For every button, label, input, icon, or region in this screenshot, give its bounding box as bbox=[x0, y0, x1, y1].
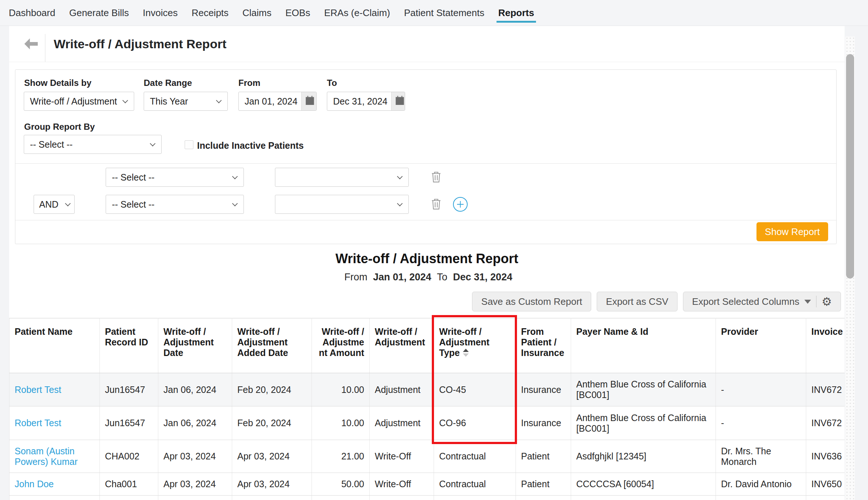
col-header-9[interactable]: Provider bbox=[716, 318, 806, 373]
table-row-partial bbox=[10, 496, 845, 500]
table-row: Robert TestJun16547Jan 06, 2024Feb 20, 2… bbox=[10, 406, 845, 440]
nav-item-claims[interactable]: Claims bbox=[242, 2, 272, 24]
col-header-6[interactable]: Write-off / Adjustment Type bbox=[434, 318, 516, 373]
col-header-4[interactable]: Write-off / Adjustment Amount bbox=[312, 318, 370, 373]
cell-8: Anthem Blue Cross of California [BC001] bbox=[571, 373, 716, 406]
cell-7: Patient bbox=[516, 473, 571, 496]
cell-3: Apr 03, 2024 bbox=[232, 473, 312, 496]
report-title: Write-off / Adjustment Report bbox=[9, 251, 845, 266]
cell-7: Insurance bbox=[516, 406, 571, 440]
condition1-delete-button[interactable] bbox=[431, 171, 441, 183]
condition1-field-select[interactable]: -- Select -- bbox=[106, 168, 244, 187]
nav-item-invoices[interactable]: Invoices bbox=[142, 2, 178, 24]
col-header-7[interactable]: From Patient / Insurance bbox=[516, 318, 571, 373]
cell-5: Adjustment bbox=[370, 406, 434, 440]
title-divider bbox=[45, 34, 45, 62]
nav-item-generate-bills[interactable]: Generate Bills bbox=[68, 2, 129, 24]
cell-9: - bbox=[716, 373, 806, 406]
show-details-by-select[interactable]: Write-off / Adjustment bbox=[24, 92, 134, 111]
patient-name-link[interactable]: Sonam (Austin Powers) Kumar bbox=[15, 446, 78, 467]
report-actions: Save as Custom Report Export as CSV Expo… bbox=[472, 292, 841, 311]
cell-0: Robert Test bbox=[10, 373, 100, 406]
chevron-down-icon bbox=[216, 98, 222, 103]
export-selected-columns-button[interactable]: Export Selected Columns ⚙ bbox=[683, 292, 841, 311]
chevron-down-icon bbox=[397, 174, 403, 179]
cell-0: Sonam (Austin Powers) Kumar bbox=[10, 440, 100, 473]
nav-item-eras-e-claim[interactable]: ERAs (e-Claim) bbox=[323, 2, 391, 24]
page-title: Write-off / Adjustment Report bbox=[54, 37, 226, 51]
col-header-5[interactable]: Write-off / Adjustment bbox=[370, 318, 434, 373]
gear-icon[interactable]: ⚙ bbox=[822, 296, 832, 307]
from-calendar-button[interactable] bbox=[301, 92, 317, 110]
table-row: Sonam (Austin Powers) KumarCHA002Apr 03,… bbox=[10, 440, 845, 473]
export-csv-button[interactable]: Export as CSV bbox=[597, 292, 678, 311]
table-row: Robert TestJun16547Jan 06, 2024Feb 20, 2… bbox=[10, 373, 845, 406]
condition1-value-select[interactable] bbox=[275, 168, 409, 187]
chevron-down-icon bbox=[150, 141, 156, 147]
cell-1: Jun16547 bbox=[100, 406, 158, 440]
to-calendar-button[interactable] bbox=[391, 92, 405, 110]
to-date-label: To bbox=[327, 78, 337, 88]
col-header-2[interactable]: Write-off / Adjustment Date bbox=[158, 318, 232, 373]
cell-8: Asdfghjkl [12345] bbox=[571, 440, 716, 473]
caret-down-icon bbox=[804, 300, 811, 304]
cell-1: Cha001 bbox=[100, 473, 158, 496]
divider bbox=[15, 220, 836, 220]
nav-item-patient-statements[interactable]: Patient Statements bbox=[403, 2, 485, 24]
cell-2: Apr 03, 2024 bbox=[158, 440, 232, 473]
add-condition-button[interactable] bbox=[453, 197, 468, 212]
scrollbar-thumb[interactable] bbox=[846, 54, 854, 279]
cell-5: Write-Off bbox=[370, 440, 434, 473]
patient-name-link[interactable]: Robert Test bbox=[15, 418, 61, 428]
back-button[interactable] bbox=[24, 38, 38, 50]
cell-3: Feb 20, 2024 bbox=[232, 406, 312, 440]
divider bbox=[15, 163, 836, 164]
cell-4: 50.00 bbox=[312, 473, 370, 496]
group-report-by-label: Group Report By bbox=[24, 122, 95, 132]
cell-9: Dr. Mrs. The Monarch bbox=[716, 440, 806, 473]
cell-0: John Doe bbox=[10, 473, 100, 496]
col-header-0[interactable]: Patient Name bbox=[10, 318, 100, 373]
nav-item-receipts[interactable]: Receipts bbox=[191, 2, 229, 24]
cell-0: Robert Test bbox=[10, 406, 100, 440]
nav-item-eobs[interactable]: EOBs bbox=[285, 2, 311, 24]
include-inactive-checkbox[interactable] bbox=[185, 140, 193, 149]
condition2-field-select[interactable]: -- Select -- bbox=[106, 195, 244, 214]
col-header-10[interactable]: Invoice # bbox=[806, 318, 845, 373]
patient-name-link[interactable]: Robert Test bbox=[15, 385, 61, 395]
cell-6: Contractual bbox=[434, 440, 516, 473]
calendar-icon bbox=[395, 95, 405, 107]
calendar-icon bbox=[305, 95, 315, 107]
table-row: John DoeCha001Apr 03, 2024Apr 03, 202450… bbox=[10, 473, 845, 496]
top-nav: DashboardGenerate BillsInvoicesReceiptsC… bbox=[0, 0, 868, 26]
filter-panel: Show Details by Write-off / Adjustment D… bbox=[15, 69, 837, 244]
show-report-button[interactable]: Show Report bbox=[756, 222, 828, 241]
condition2-operator-select[interactable]: AND bbox=[34, 195, 75, 214]
nav-item-reports[interactable]: Reports bbox=[498, 2, 535, 24]
cell-2: Apr 03, 2024 bbox=[158, 473, 232, 496]
patient-name-link[interactable]: John Doe bbox=[15, 479, 54, 489]
to-date-input[interactable]: Dec 31, 2024 bbox=[327, 92, 405, 111]
condition2-delete-button[interactable] bbox=[431, 198, 441, 210]
col-header-8[interactable]: Payer Name & Id bbox=[571, 318, 716, 373]
back-arrow-icon bbox=[24, 38, 38, 50]
nav-item-dashboard[interactable]: Dashboard bbox=[8, 2, 56, 24]
cell-7: Patient bbox=[516, 440, 571, 473]
sort-icon[interactable] bbox=[463, 349, 469, 357]
cell-9: Dr. David Antonio bbox=[716, 473, 806, 496]
col-header-1[interactable]: Patient Record ID bbox=[100, 318, 158, 373]
button-separator bbox=[816, 296, 816, 307]
cell-4: 10.00 bbox=[312, 373, 370, 406]
condition2-value-select[interactable] bbox=[275, 195, 409, 214]
date-range-select[interactable]: This Year bbox=[144, 92, 228, 111]
from-date-input[interactable]: Jan 01, 2024 bbox=[238, 92, 317, 111]
cell-10: INV672 bbox=[806, 373, 845, 406]
cell-10: INV650 bbox=[806, 473, 845, 496]
cell-8: CCCCCSA [60054] bbox=[571, 473, 716, 496]
group-report-by-select[interactable]: -- Select -- bbox=[24, 135, 162, 154]
cell-6: CO-96 bbox=[434, 406, 516, 440]
trash-icon bbox=[431, 171, 441, 183]
cell-4: 10.00 bbox=[312, 406, 370, 440]
save-custom-report-button[interactable]: Save as Custom Report bbox=[472, 292, 591, 311]
col-header-3[interactable]: Write-off / Adjustment Added Date bbox=[232, 318, 312, 373]
